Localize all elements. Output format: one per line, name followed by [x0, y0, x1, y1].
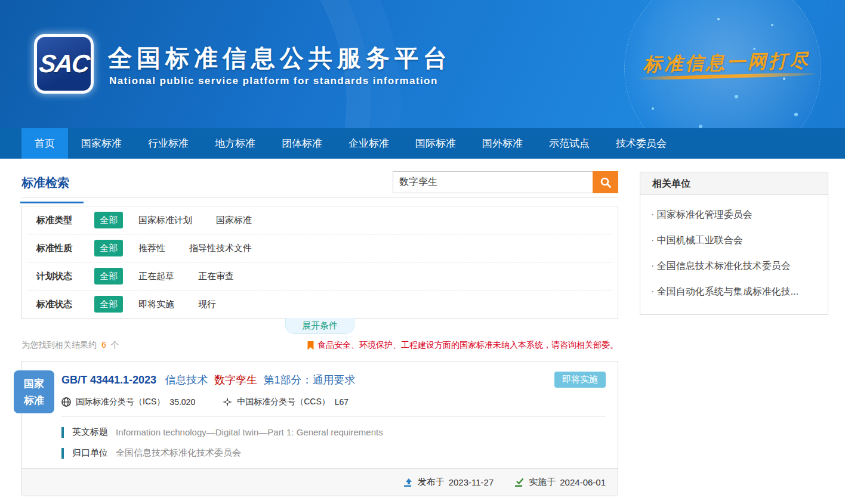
sac-logo[interactable]: SAC [34, 34, 94, 94]
ics-label: 国际标准分类号（ICS） [76, 397, 165, 407]
main-nav: 首页 国家标准 行业标准 地方标准 团体标准 企业标准 国际标准 国外标准 示范… [0, 128, 845, 159]
filter-row-plan-status: 计划状态 全部 正在起草 正在审查 [22, 262, 618, 290]
section-title-standard-search: 标准检索 [21, 175, 69, 191]
nav-item-national-standards[interactable]: 国家标准 [68, 128, 135, 159]
filter-panel: 标准类型 全部 国家标准计划 国家标准 标准性质 全部 推荐性 指导性技术文件 … [21, 206, 618, 319]
sidebar-item-sac[interactable]: 国家标准化管理委员会 [650, 202, 818, 228]
badge-line: 标准 [24, 394, 44, 407]
english-title-row: 英文标题 Information technology—Digital twin… [61, 426, 606, 438]
standard-title-part2: 第1部分：通用要求 [263, 374, 355, 386]
published-date: 2023-11-27 [449, 477, 494, 487]
related-units-box: 相关单位 国家标准化管理委员会 中国机械工业联合会 全国信息技术标准化技术委员会… [640, 172, 828, 315]
implemented-date: 2024-06-01 [560, 477, 606, 487]
nav-item-group-standards[interactable]: 团体标准 [269, 128, 335, 159]
search-icon [600, 177, 612, 188]
search-input[interactable] [393, 171, 593, 193]
left-column: 标准检索 标准类型 全部 国家标准计划 国家标准 [21, 159, 618, 496]
filter-option[interactable]: 国家标准 [216, 215, 252, 226]
sidebar-item-it-standardization-committee[interactable]: 全国信息技术标准化技术委员会 [650, 253, 818, 279]
system-notice: 食品安全、环境保护、工程建设方面的国家标准未纳入本系统，请咨询相关部委。 [307, 340, 618, 351]
platform-title: 全国标准信息公共服务平台 [108, 42, 452, 75]
search-section: 标准检索 [21, 159, 618, 198]
status-badge: 即将实施 [554, 372, 606, 388]
notice-text: 食品安全、环境保护、工程建设方面的国家标准未纳入本系统，请咨询相关部委。 [317, 340, 618, 351]
filter-row-standard-status: 标准状态 全部 即将实施 现行 [22, 290, 618, 318]
results-info-row: 为您找到相关结果约 6 个 食品安全、环境保护、工程建设方面的国家标准未纳入本系… [21, 340, 618, 351]
filter-label: 计划状态 [36, 271, 94, 282]
standard-type-badge: 国家 标准 [14, 370, 54, 413]
standard-title-link[interactable]: GB/T 43441.1-2023 信息技术 数字孪生 第1部分：通用要求 [61, 373, 355, 387]
compass-icon [223, 397, 232, 407]
results-summary: 为您找到相关结果约 6 个 [21, 340, 119, 351]
search-term-highlight: 数字孪生 [214, 374, 257, 386]
committee-row: 归口单位 全国信息技术标准化技术委员会 [61, 447, 606, 459]
filter-row-standard-nature: 标准性质 全部 推荐性 指导性技术文件 [22, 234, 618, 262]
sidebar-item-machinery-federation[interactable]: 中国机械工业联合会 [650, 228, 818, 253]
published-date-item: 发布于 2023-11-27 [404, 477, 494, 488]
implemented-label: 实施于 [529, 477, 556, 488]
filter-option[interactable]: 正在审查 [198, 271, 234, 282]
filter-row-standard-type: 标准类型 全部 国家标准计划 国家标准 [22, 206, 618, 234]
ics-value: 35.020 [169, 397, 195, 407]
classification-row: 国际标准分类号（ICS） 35.020 中国标准分类号（CCS） L67 [61, 397, 606, 417]
ccs-value: L67 [335, 397, 349, 407]
all-button[interactable]: 全部 [94, 240, 123, 256]
bookmark-icon [307, 341, 314, 350]
filter-label: 标准类型 [36, 215, 94, 226]
committee-value: 全国信息技术标准化技术委员会 [116, 447, 241, 459]
nav-item-technical-committees[interactable]: 技术委员会 [603, 128, 680, 159]
filter-option[interactable]: 国家标准计划 [138, 215, 192, 226]
main-content: 标准检索 标准类型 全部 国家标准计划 国家标准 [0, 159, 845, 496]
nav-item-pilot-demos[interactable]: 示范试点 [536, 128, 603, 159]
label-bar-decoration [61, 427, 64, 438]
nav-item-foreign-standards[interactable]: 国外标准 [469, 128, 536, 159]
result-card: 国家 标准 GB/T 43441.1-2023 信息技术 数字孪生 第1部分：通… [21, 361, 618, 496]
filter-option[interactable]: 推荐性 [138, 243, 165, 254]
globe-icon [61, 397, 71, 407]
platform-subtitle: National public service platform for sta… [109, 75, 438, 87]
nav-item-local-standards[interactable]: 地方标准 [202, 128, 269, 159]
filter-label: 标准状态 [36, 299, 94, 310]
globe-dots-decoration [771, 24, 773, 26]
search-button[interactable] [593, 171, 618, 193]
filter-label: 标准性质 [36, 243, 94, 254]
filter-option[interactable]: 指导性技术文件 [189, 243, 252, 254]
card-title-row: GB/T 43441.1-2023 信息技术 数字孪生 第1部分：通用要求 即将… [61, 372, 606, 388]
implemented-date-item: 实施于 2024-06-01 [515, 477, 606, 488]
all-button[interactable]: 全部 [94, 296, 123, 313]
english-title-value: Information technology—Digital twin—Part… [116, 427, 383, 437]
nav-item-home[interactable]: 首页 [21, 128, 68, 159]
all-button[interactable]: 全部 [94, 212, 123, 228]
badge-line: 国家 [24, 377, 44, 391]
card-footer: 发布于 2023-11-27 实施于 2024-06-01 [22, 468, 618, 496]
published-label: 发布于 [418, 477, 445, 488]
site-header: SAC 全国标准信息公共服务平台 National public service… [0, 0, 845, 128]
filter-option[interactable]: 即将实施 [138, 299, 174, 310]
sac-logo-text: SAC [38, 50, 90, 78]
filter-option[interactable]: 正在起草 [138, 271, 174, 282]
publish-upload-icon [404, 478, 414, 487]
right-column: 相关单位 国家标准化管理委员会 中国机械工业联合会 全国信息技术标准化技术委员会… [640, 172, 828, 496]
filter-option[interactable]: 现行 [198, 299, 216, 310]
nav-item-international-standards[interactable]: 国际标准 [402, 128, 469, 159]
all-button[interactable]: 全部 [94, 268, 123, 285]
search-group [393, 171, 618, 193]
nav-item-enterprise-standards[interactable]: 企业标准 [335, 128, 402, 159]
results-summary-suffix: 个 [111, 340, 119, 350]
sidebar-item-automation-systems-committee[interactable]: 全国自动化系统与集成标准化技... [650, 279, 818, 305]
nav-item-industry-standards[interactable]: 行业标准 [135, 128, 202, 159]
card-body: GB/T 43441.1-2023 信息技术 数字孪生 第1部分：通用要求 即将… [22, 361, 618, 459]
standard-title-part1: 信息技术 [165, 374, 208, 386]
implement-check-icon [515, 478, 525, 487]
ccs-label: 中国标准分类号（CCS） [237, 397, 330, 407]
results-count: 6 [101, 340, 106, 350]
standard-code: GB/T 43441.1-2023 [61, 374, 156, 386]
related-units-title: 相关单位 [640, 172, 828, 195]
expand-conditions-button[interactable]: 展开条件 [285, 318, 354, 334]
committee-label: 归口单位 [72, 447, 108, 459]
results-summary-prefix: 为您找到相关结果约 [21, 340, 97, 350]
english-title-label: 英文标题 [72, 426, 108, 438]
label-bar-decoration [61, 448, 64, 459]
related-units-list: 国家标准化管理委员会 中国机械工业联合会 全国信息技术标准化技术委员会 全国自动… [640, 195, 828, 314]
